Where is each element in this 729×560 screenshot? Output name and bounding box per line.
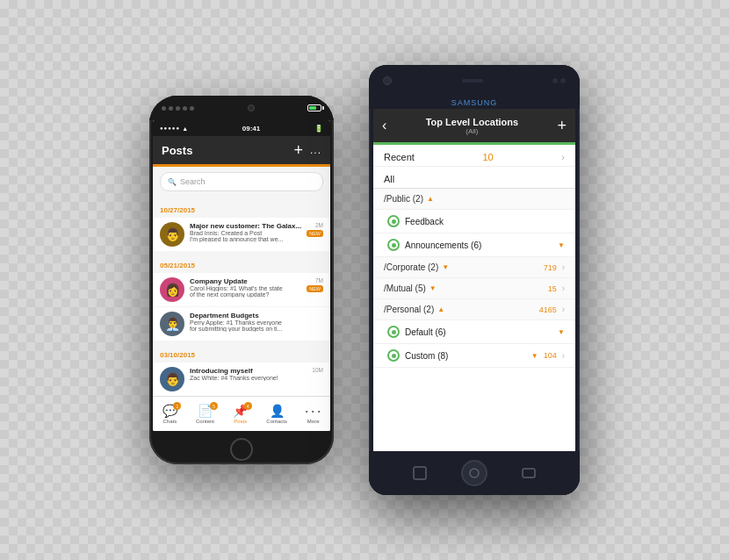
samsung-top-bar xyxy=(369,65,580,97)
samsung-back-hardware-button[interactable] xyxy=(412,465,428,481)
iphone-bottom-nav: 💬 1 Chats 📄 5 Content 📌 4 Posts 👤 Contac… xyxy=(153,396,330,431)
avatar-4: 👨 xyxy=(160,367,184,391)
custom-item[interactable]: Custom (8) ▼ 104 › xyxy=(373,344,575,368)
recent-label: Recent xyxy=(384,152,415,162)
samsung-home-hardware-button[interactable] xyxy=(461,460,487,486)
ios-battery-icon: 🔋 xyxy=(314,125,323,133)
default-item[interactable]: Default (6) ▼ xyxy=(373,320,575,344)
more-icon: • • • xyxy=(306,404,321,418)
default-indicator: ▼ xyxy=(558,328,565,336)
nav-content-label: Content xyxy=(196,419,214,424)
contacts-icon: 👤 xyxy=(269,404,285,418)
public-section-header[interactable]: /Public (2) ▲ xyxy=(373,189,575,210)
default-icon xyxy=(387,326,400,338)
feedback-label: Feedback xyxy=(405,217,565,226)
svg-point-1 xyxy=(470,469,479,477)
announcements-item[interactable]: Announcements (6) ▼ xyxy=(373,233,575,257)
feed-content-2: Company Update Carol Higgins: #1 What's … xyxy=(190,277,301,298)
nav-contacts[interactable]: 👤 Contacts xyxy=(266,404,287,424)
samsung-recent-hardware-button[interactable] xyxy=(521,467,537,479)
samsung-app-header: ‹ Top Level Locations (All) + xyxy=(373,109,575,142)
mutual-indicator: ▼ xyxy=(429,284,437,292)
mutual-count: 15 xyxy=(548,284,557,293)
feed-meta-2: 7M NEW xyxy=(307,277,323,292)
samsung-back-button[interactable]: ‹ xyxy=(382,118,386,133)
corporate-count: 719 xyxy=(544,263,557,272)
dot-5 xyxy=(190,106,194,111)
public-indicator: ▲ xyxy=(427,195,434,203)
nav-posts[interactable]: 📌 4 Posts xyxy=(233,404,249,424)
ios-time: 09:41 xyxy=(242,125,260,133)
badge-new-2: NEW xyxy=(307,285,323,292)
signal-dots: ●●●●● xyxy=(160,126,180,131)
feed-content-1: Major new customer: The Galax... Brad In… xyxy=(190,222,301,242)
search-placeholder: Search xyxy=(180,177,206,186)
personal-count: 4165 xyxy=(539,305,557,314)
samsung-bottom-bar xyxy=(369,451,580,495)
nav-content[interactable]: 📄 5 Content xyxy=(196,404,214,424)
feed-item-4[interactable]: 👨 Introducing myself Zac White: #4 Thank… xyxy=(153,363,330,396)
icon-inner-feedback xyxy=(392,219,396,224)
more-button[interactable]: ... xyxy=(310,144,321,156)
feed-item-1[interactable]: 👨 Major new customer: The Galax... Brad … xyxy=(153,218,330,251)
corporate-indicator: ▼ xyxy=(442,263,449,271)
search-input[interactable]: 🔍 Search xyxy=(160,172,323,191)
public-title: /Public (2) xyxy=(384,194,423,204)
custom-count: 104 xyxy=(544,351,557,360)
iphone-app-header: Posts + ... xyxy=(153,136,330,164)
svg-rect-2 xyxy=(523,469,535,477)
default-label: Default (6) xyxy=(405,327,552,337)
feed-title-4: Introducing myself xyxy=(190,367,307,375)
battery-icon xyxy=(307,104,321,111)
back-hardware-icon xyxy=(412,465,428,481)
feed-item-3[interactable]: 👨‍💼 Department Budgets Perry Applie: #1 … xyxy=(153,307,330,341)
feed-body-3: for submitting your budgets on ti... xyxy=(190,326,318,332)
samsung-app-subtitle: (All) xyxy=(393,127,550,135)
add-post-button[interactable]: + xyxy=(293,141,303,160)
chats-badge: 1 xyxy=(173,402,181,410)
feed-body-1: I'm pleased to announce that we... xyxy=(190,236,301,242)
recent-section[interactable]: Recent 10 › xyxy=(373,145,575,167)
search-icon: 🔍 xyxy=(168,178,177,186)
personal-indicator: ▲ xyxy=(437,305,444,313)
custom-arrow: › xyxy=(562,351,565,361)
iphone-search-area: 🔍 Search xyxy=(153,167,330,197)
feed-time-4: 10M xyxy=(312,367,323,373)
chats-icon: 💬 1 xyxy=(162,404,177,418)
badge-new-1: NEW xyxy=(307,230,323,237)
personal-section-header[interactable]: /Personal (2) ▲ 4165 › xyxy=(373,299,575,320)
feed-item-2[interactable]: 👩 Company Update Carol Higgins: #1 What'… xyxy=(153,273,330,306)
announcements-label: Announcements (6) xyxy=(405,241,552,250)
nav-more[interactable]: • • • More xyxy=(306,404,321,424)
content-badge: 5 xyxy=(210,402,218,410)
date-group-2: 05/21/2015 xyxy=(153,252,330,273)
feed-subtitle-4: Zac White: #4 Thanks everyone! xyxy=(190,375,307,381)
mutual-section-header[interactable]: /Mutual (5) ▼ 15 › xyxy=(373,278,575,299)
date-group-4: 03/10/2015 xyxy=(153,341,330,363)
sensor-2 xyxy=(560,78,566,83)
recent-arrow: › xyxy=(561,152,565,162)
nav-contacts-label: Contacts xyxy=(266,419,287,424)
feed-content-4: Introducing myself Zac White: #4 Thanks … xyxy=(190,367,307,381)
posts-icon: 📌 4 xyxy=(233,404,249,418)
corporate-section-header[interactable]: /Corporate (2) ▼ 719 › xyxy=(373,257,575,278)
svg-rect-0 xyxy=(414,467,426,479)
iphone-signal-dots xyxy=(162,106,194,111)
iphone-top-bar xyxy=(149,96,334,120)
corporate-title: /Corporate (2) xyxy=(384,262,438,272)
iphone-feed: 10/27/2015 👨 Major new customer: The Gal… xyxy=(153,197,330,396)
recent-count: 10 xyxy=(482,152,493,162)
feed-subtitle-2: Carol Higgins: #1 What's the state xyxy=(190,285,301,291)
avatar-2: 👩 xyxy=(160,277,184,302)
feedback-icon xyxy=(387,215,400,227)
nav-chats[interactable]: 💬 1 Chats xyxy=(162,404,177,424)
dot-4 xyxy=(183,106,187,111)
iphone-home-button[interactable] xyxy=(230,438,253,461)
feedback-item[interactable]: Feedback xyxy=(373,210,575,233)
iphone-camera xyxy=(248,104,255,111)
personal-arrow: › xyxy=(562,305,565,314)
custom-label: Custom (8) xyxy=(405,351,526,361)
date-group-1: 10/27/2015 xyxy=(153,197,330,218)
ios-signal: ●●●●● ▲ xyxy=(160,126,188,132)
samsung-add-button[interactable]: + xyxy=(557,117,567,135)
